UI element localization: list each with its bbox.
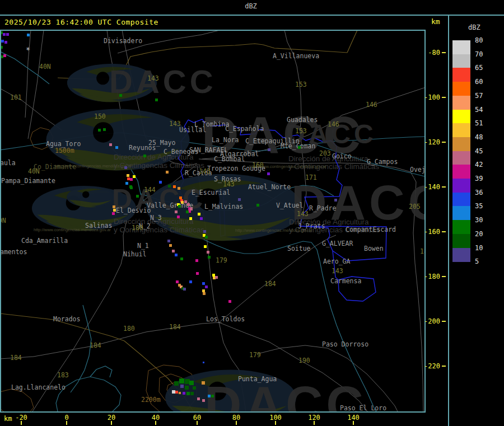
legend-value-label: 42: [475, 161, 494, 168]
legend-value-label: 48: [475, 133, 494, 141]
bottom-axis-tick: [275, 421, 276, 425]
map-border-right: [424, 30, 426, 413]
radar-echo: [175, 391, 178, 394]
radar-echo: [208, 256, 211, 259]
radar-echo: [183, 288, 186, 291]
legend-color-block: [452, 220, 470, 234]
radar-echoes-layer: [1, 31, 424, 411]
radar-echo: [190, 392, 194, 395]
radar-echo: [1, 46, 3, 49]
radar-echo: [189, 381, 194, 385]
legend-value-label: 60: [475, 78, 494, 86]
radar-echo: [298, 146, 301, 149]
radar-echo: [202, 381, 205, 385]
radar-echo: [129, 185, 132, 188]
radar-echo: [136, 195, 139, 198]
radar-echo: [130, 178, 133, 181]
radar-echo: [198, 213, 200, 216]
bottom-axis-tick-label: 100: [265, 414, 286, 422]
radar-echo: [186, 392, 190, 395]
right-axis-tick: [442, 142, 446, 143]
legend-title: dBZ: [468, 24, 480, 31]
radar-echo: [189, 217, 192, 220]
radar-echo: [173, 185, 176, 188]
bottom-axis-tick: [236, 421, 237, 425]
radar-echo: [109, 143, 112, 146]
radar-echo: [174, 381, 179, 386]
legend-value-label: 10: [475, 244, 494, 252]
legend-color-block: [452, 110, 470, 124]
legend-color-block: [452, 54, 470, 68]
legend-color-block: [452, 193, 470, 207]
top-divider: [0, 15, 504, 16]
legend-color-block: [452, 68, 470, 82]
legend-value-label: 54: [475, 106, 494, 114]
radar-echo: [205, 285, 208, 288]
radar-echo: [204, 245, 207, 248]
legend-value-label: 39: [475, 175, 494, 182]
legend-value-label: 36: [475, 189, 494, 196]
bottom-axis-tick-label: 20: [101, 414, 122, 422]
bottom-axis-tick-label: 40: [146, 414, 166, 422]
bottom-axis-tick-label: 140: [343, 414, 363, 422]
radar-echo: [177, 216, 180, 218]
bottom-axis-tick-label: -20: [11, 414, 31, 422]
radar-echo: [125, 182, 128, 185]
radar-echo: [334, 199, 337, 202]
radar-echo: [167, 240, 170, 242]
radar-echo: [179, 378, 184, 383]
radar-echo: [193, 386, 196, 390]
radar-echo: [203, 230, 206, 233]
radar-echo: [175, 254, 178, 256]
radar-echo: [155, 99, 158, 101]
bottom-axis-tick: [353, 421, 354, 425]
radar-echo: [190, 208, 193, 210]
legend-color-block: [452, 234, 470, 248]
radar-echo: [181, 201, 184, 204]
radar-echo: [172, 250, 175, 252]
legend-color-block: [452, 151, 470, 165]
radar-echo: [1, 55, 3, 58]
radar-echo: [185, 386, 189, 390]
legend-value-label: 57: [475, 92, 494, 100]
radar-echo: [112, 212, 115, 215]
right-axis-tick: [442, 321, 446, 322]
radar-echo: [166, 171, 169, 174]
radar-echo: [178, 205, 181, 208]
window-title: dBZ: [245, 2, 257, 10]
radar-echo: [208, 395, 211, 397]
legend-color-block: [452, 165, 470, 179]
radar-echo: [183, 392, 185, 395]
radar-echo: [187, 203, 190, 206]
bottom-axis-tick: [197, 421, 198, 425]
radar-map-view[interactable]: DACCDACCDACCDACCDACCDACCDirección de Agr…: [1, 31, 424, 411]
timestamp-label: 2025/10/23 16:42:00 UTC Composite: [4, 18, 158, 26]
legend-value-label: 35: [475, 202, 494, 210]
radar-echo: [176, 280, 179, 283]
right-axis-tick: [442, 366, 446, 367]
radar-echo: [203, 292, 206, 295]
legend-value-label: 5: [475, 258, 494, 265]
radar-echo: [4, 41, 7, 44]
radar-echo: [159, 181, 162, 184]
radar-echo: [3, 54, 6, 57]
radar-echo: [196, 272, 199, 275]
right-axis-tick: [442, 276, 446, 277]
radar-echo: [133, 175, 136, 178]
radar-echo: [238, 198, 241, 201]
bottom-axis-tick-label: 60: [187, 414, 207, 422]
legend-value-label: 51: [475, 119, 494, 127]
radar-echo: [124, 166, 127, 169]
legend-color-block: [452, 40, 470, 54]
right-axis-tick: [442, 186, 446, 188]
right-axis-unit: km: [431, 17, 440, 26]
radar-echo: [228, 300, 231, 303]
radar-echo: [175, 210, 178, 213]
map-border-bottom: [0, 411, 426, 413]
radar-echo: [113, 209, 116, 212]
legend-divider: [448, 15, 449, 426]
right-axis-tick: [442, 231, 446, 232]
radar-echo: [200, 217, 203, 220]
radar-echo: [186, 210, 189, 213]
radar-echo: [119, 94, 122, 97]
